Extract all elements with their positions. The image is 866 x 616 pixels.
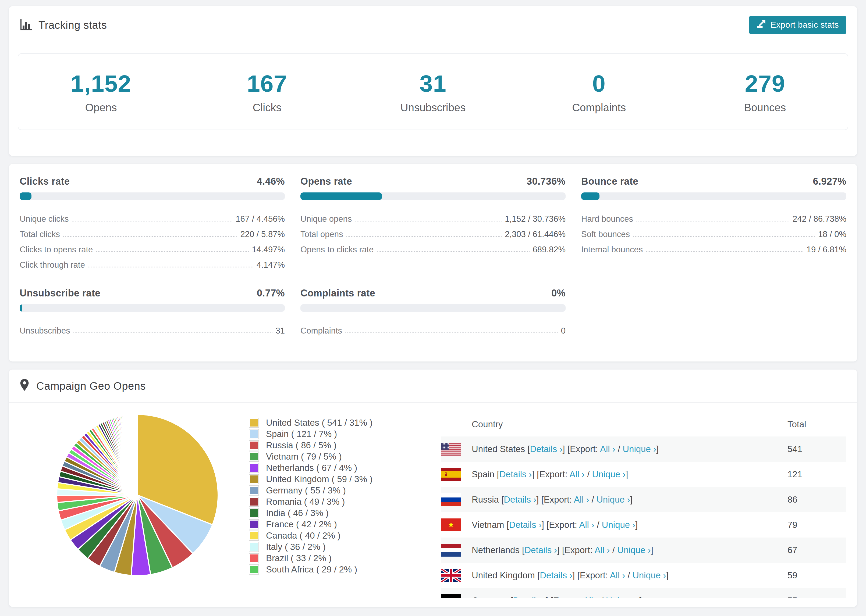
- rate-stat-row: Soft bounces18 / 0%: [581, 224, 846, 239]
- legend-swatch: [249, 564, 259, 575]
- geo-export-unique-link[interactable]: Unique ›: [633, 570, 666, 580]
- rate-stat-value: 18 / 0%: [818, 229, 846, 239]
- geo-table: Country Total United States [Details ›] …: [441, 412, 846, 598]
- bracket-close: ]: [656, 444, 659, 454]
- legend-swatch: [249, 486, 259, 496]
- geo-details-link[interactable]: Details ›: [499, 469, 532, 479]
- campaign-overview-page: Tracking stats Export basic stats 1,152O…: [0, 0, 866, 607]
- bracket-close: ]: [630, 495, 633, 504]
- geo-export-unique-link[interactable]: Unique ›: [602, 520, 636, 530]
- legend-swatch: [249, 519, 259, 530]
- geo-details-link[interactable]: Details ›: [504, 495, 536, 504]
- rate-stat-row: Opens to clicks rate689.82%: [301, 239, 565, 255]
- geo-details-link[interactable]: Details ›: [540, 570, 572, 580]
- geo-row-text: Netherlands [Details ›] [Export: All › /…: [472, 537, 787, 563]
- geo-export-all-link[interactable]: All ›: [583, 596, 598, 598]
- country-name: Netherlands [: [472, 545, 524, 555]
- bracket: ] [: [542, 520, 549, 530]
- stat-label: Opens: [85, 102, 117, 114]
- geo-header-flag-spacer: [441, 412, 472, 437]
- stat-cell-unsubscribes: 31Unsubscribes: [350, 54, 516, 130]
- rate-stat-row: Unique opens1,152 / 30.736%: [301, 209, 565, 224]
- legend-item-netherlands: Netherlands ( 67 / 4% ): [249, 462, 437, 473]
- stat-value: 31: [420, 70, 446, 97]
- geo-row-us: United States [Details ›] [Export: All ›…: [441, 437, 846, 462]
- dotted-leader: [346, 236, 502, 237]
- dotted-leader: [73, 332, 272, 333]
- export-label: Export:: [570, 444, 600, 454]
- bracket-close: ]: [625, 469, 628, 479]
- rate-progress-bar: [20, 192, 285, 200]
- flag-icon-gb: [441, 563, 472, 588]
- rate-stat-value: 14.497%: [252, 245, 285, 255]
- rate-progress-bar: [301, 304, 565, 312]
- rate-stat-value: 19 / 6.81%: [806, 245, 846, 255]
- geo-row-total: 55: [787, 588, 846, 598]
- rate-stat-value: 167 / 4.456%: [236, 214, 285, 224]
- geo-export-all-link[interactable]: All ›: [569, 469, 585, 479]
- legend-item-spain: Spain ( 121 / 7% ): [249, 428, 437, 440]
- geo-export-all-link[interactable]: All ›: [595, 545, 610, 555]
- geo-export-unique-link[interactable]: Unique ›: [606, 596, 639, 598]
- slash: /: [610, 545, 617, 555]
- geo-header-country: Country: [472, 412, 787, 437]
- geo-row-total: 59: [787, 563, 846, 588]
- legend-swatch: [249, 429, 259, 439]
- geo-export-all-link[interactable]: All ›: [574, 495, 589, 504]
- stat-value: 1,152: [71, 70, 131, 97]
- geo-export-all-link[interactable]: All ›: [610, 570, 625, 580]
- legend-label: Brazil ( 33 / 2% ): [266, 553, 332, 563]
- geo-export-all-link[interactable]: All ›: [579, 520, 594, 530]
- geo-table-header-row: Country Total: [441, 412, 846, 437]
- geo-row-text: Spain [Details ›] [Export: All › / Uniqu…: [472, 462, 787, 487]
- geo-export-unique-link[interactable]: Unique ›: [597, 495, 630, 504]
- geo-table-wrap: Country Total United States [Details ›] …: [441, 412, 846, 598]
- stat-value: 0: [592, 70, 606, 97]
- rate-stat-label: Click through rate: [20, 260, 85, 270]
- dotted-leader: [636, 221, 789, 222]
- geo-export-all-link[interactable]: All ›: [600, 444, 615, 454]
- rate-stat-label: Total clicks: [20, 229, 60, 239]
- geo-export-unique-link[interactable]: Unique ›: [617, 545, 651, 555]
- bracket: ] [: [572, 570, 580, 580]
- tracking-stats-card: Tracking stats Export basic stats 1,152O…: [9, 6, 857, 156]
- bracket-close: ]: [651, 545, 653, 555]
- legend-item-india: India ( 46 / 3% ): [249, 508, 437, 519]
- rate-stat-label: Total opens: [301, 229, 343, 239]
- rate-value: 30.736%: [527, 176, 565, 187]
- rate-progress-bar: [301, 192, 565, 200]
- rate-stat-row: Unsubscribes31: [20, 321, 285, 336]
- bracket: ] [: [532, 469, 540, 479]
- legend-swatch: [249, 474, 259, 484]
- geo-export-unique-link[interactable]: Unique ›: [623, 444, 656, 454]
- flag-icon-es: [441, 462, 472, 487]
- rate-stat-row: Total opens2,303 / 61.446%: [301, 224, 565, 239]
- legend-label: Netherlands ( 67 / 4% ): [266, 463, 357, 473]
- legend-label: Canada ( 40 / 2% ): [266, 531, 340, 541]
- geo-row-total: 79: [787, 512, 846, 537]
- dotted-leader: [345, 332, 558, 333]
- rate-section-complaints-rate: Complaints rate0%Complaints0: [301, 288, 565, 336]
- tracking-stats-title: Tracking stats: [20, 19, 107, 31]
- geo-details-link[interactable]: Details ›: [530, 444, 562, 454]
- geo-details-link[interactable]: Details ›: [513, 596, 546, 598]
- legend-item-russia: Russia ( 86 / 5% ): [249, 440, 437, 451]
- rate-value: 0%: [551, 288, 565, 299]
- export-basic-stats-button[interactable]: Export basic stats: [749, 16, 846, 34]
- geo-details-link[interactable]: Details ›: [524, 545, 557, 555]
- geo-row-text: Russia [Details ›] [Export: All › / Uniq…: [472, 487, 787, 512]
- slash: /: [594, 520, 602, 530]
- rate-stat-row: Complaints0: [301, 321, 565, 336]
- geo-row-text: Germany [Details ›] [Export: All › / Uni…: [472, 588, 787, 598]
- tracking-stats-header: Tracking stats Export basic stats: [9, 6, 857, 44]
- legend-item-united-states: United States ( 541 / 31% ): [249, 417, 437, 428]
- rate-stat-value: 4.147%: [257, 260, 285, 270]
- geo-export-unique-link[interactable]: Unique ›: [592, 469, 626, 479]
- legend-label: Romania ( 49 / 3% ): [266, 497, 345, 507]
- legend-swatch: [249, 508, 259, 518]
- legend-item-vietnam: Vietnam ( 79 / 5% ): [249, 451, 437, 462]
- slash: /: [585, 469, 592, 479]
- rate-stat-label: Soft bounces: [581, 229, 630, 239]
- geo-row-gb: United Kingdom [Details ›] [Export: All …: [441, 563, 846, 588]
- geo-details-link[interactable]: Details ›: [509, 520, 542, 530]
